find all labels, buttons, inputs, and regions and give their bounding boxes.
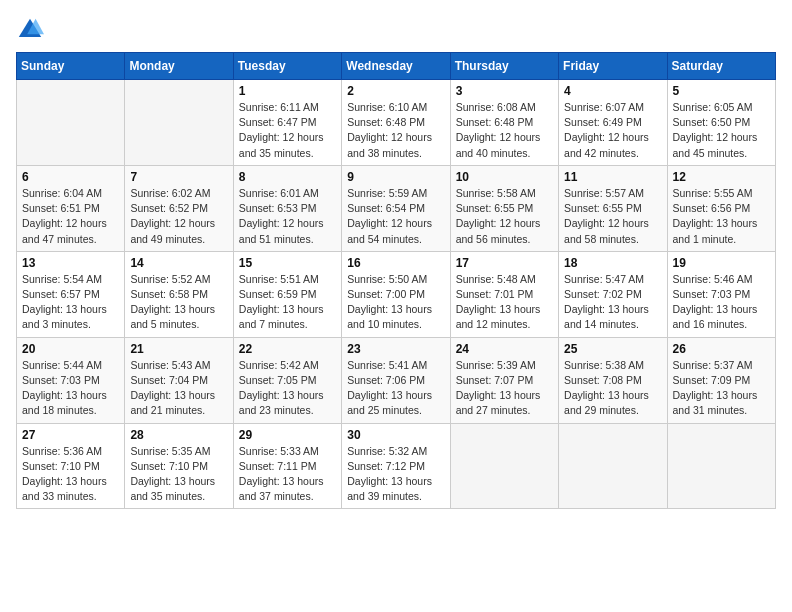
calendar-header-row: SundayMondayTuesdayWednesdayThursdayFrid… <box>17 53 776 80</box>
day-cell: 6Sunrise: 6:04 AM Sunset: 6:51 PM Daylig… <box>17 165 125 251</box>
day-number: 7 <box>130 170 227 184</box>
day-cell: 26Sunrise: 5:37 AM Sunset: 7:09 PM Dayli… <box>667 337 775 423</box>
day-number: 20 <box>22 342 119 356</box>
day-cell: 10Sunrise: 5:58 AM Sunset: 6:55 PM Dayli… <box>450 165 558 251</box>
day-number: 5 <box>673 84 770 98</box>
day-cell: 17Sunrise: 5:48 AM Sunset: 7:01 PM Dayli… <box>450 251 558 337</box>
day-detail: Sunrise: 6:10 AM Sunset: 6:48 PM Dayligh… <box>347 100 444 161</box>
day-number: 30 <box>347 428 444 442</box>
week-row-4: 20Sunrise: 5:44 AM Sunset: 7:03 PM Dayli… <box>17 337 776 423</box>
day-cell: 12Sunrise: 5:55 AM Sunset: 6:56 PM Dayli… <box>667 165 775 251</box>
day-cell: 23Sunrise: 5:41 AM Sunset: 7:06 PM Dayli… <box>342 337 450 423</box>
day-number: 14 <box>130 256 227 270</box>
page-header <box>16 16 776 44</box>
day-header-saturday: Saturday <box>667 53 775 80</box>
day-cell: 11Sunrise: 5:57 AM Sunset: 6:55 PM Dayli… <box>559 165 667 251</box>
day-cell: 8Sunrise: 6:01 AM Sunset: 6:53 PM Daylig… <box>233 165 341 251</box>
day-number: 27 <box>22 428 119 442</box>
day-cell: 2Sunrise: 6:10 AM Sunset: 6:48 PM Daylig… <box>342 80 450 166</box>
day-cell: 27Sunrise: 5:36 AM Sunset: 7:10 PM Dayli… <box>17 423 125 509</box>
day-cell: 1Sunrise: 6:11 AM Sunset: 6:47 PM Daylig… <box>233 80 341 166</box>
logo <box>16 16 48 44</box>
day-detail: Sunrise: 5:32 AM Sunset: 7:12 PM Dayligh… <box>347 444 444 505</box>
day-number: 11 <box>564 170 661 184</box>
day-number: 13 <box>22 256 119 270</box>
day-cell <box>559 423 667 509</box>
day-detail: Sunrise: 5:43 AM Sunset: 7:04 PM Dayligh… <box>130 358 227 419</box>
day-detail: Sunrise: 5:55 AM Sunset: 6:56 PM Dayligh… <box>673 186 770 247</box>
logo-icon <box>16 16 44 44</box>
day-cell <box>667 423 775 509</box>
day-detail: Sunrise: 5:41 AM Sunset: 7:06 PM Dayligh… <box>347 358 444 419</box>
day-detail: Sunrise: 5:42 AM Sunset: 7:05 PM Dayligh… <box>239 358 336 419</box>
day-detail: Sunrise: 5:57 AM Sunset: 6:55 PM Dayligh… <box>564 186 661 247</box>
day-number: 12 <box>673 170 770 184</box>
day-detail: Sunrise: 6:08 AM Sunset: 6:48 PM Dayligh… <box>456 100 553 161</box>
day-cell: 13Sunrise: 5:54 AM Sunset: 6:57 PM Dayli… <box>17 251 125 337</box>
day-cell: 15Sunrise: 5:51 AM Sunset: 6:59 PM Dayli… <box>233 251 341 337</box>
day-number: 22 <box>239 342 336 356</box>
day-number: 16 <box>347 256 444 270</box>
day-cell: 16Sunrise: 5:50 AM Sunset: 7:00 PM Dayli… <box>342 251 450 337</box>
week-row-3: 13Sunrise: 5:54 AM Sunset: 6:57 PM Dayli… <box>17 251 776 337</box>
day-number: 28 <box>130 428 227 442</box>
day-detail: Sunrise: 5:35 AM Sunset: 7:10 PM Dayligh… <box>130 444 227 505</box>
day-number: 2 <box>347 84 444 98</box>
day-header-wednesday: Wednesday <box>342 53 450 80</box>
day-number: 17 <box>456 256 553 270</box>
day-detail: Sunrise: 5:36 AM Sunset: 7:10 PM Dayligh… <box>22 444 119 505</box>
day-cell <box>450 423 558 509</box>
day-number: 29 <box>239 428 336 442</box>
day-cell: 18Sunrise: 5:47 AM Sunset: 7:02 PM Dayli… <box>559 251 667 337</box>
day-header-thursday: Thursday <box>450 53 558 80</box>
day-number: 25 <box>564 342 661 356</box>
week-row-5: 27Sunrise: 5:36 AM Sunset: 7:10 PM Dayli… <box>17 423 776 509</box>
day-detail: Sunrise: 5:59 AM Sunset: 6:54 PM Dayligh… <box>347 186 444 247</box>
week-row-2: 6Sunrise: 6:04 AM Sunset: 6:51 PM Daylig… <box>17 165 776 251</box>
day-detail: Sunrise: 6:07 AM Sunset: 6:49 PM Dayligh… <box>564 100 661 161</box>
day-detail: Sunrise: 5:58 AM Sunset: 6:55 PM Dayligh… <box>456 186 553 247</box>
day-detail: Sunrise: 6:01 AM Sunset: 6:53 PM Dayligh… <box>239 186 336 247</box>
day-detail: Sunrise: 5:39 AM Sunset: 7:07 PM Dayligh… <box>456 358 553 419</box>
day-detail: Sunrise: 5:46 AM Sunset: 7:03 PM Dayligh… <box>673 272 770 333</box>
day-number: 26 <box>673 342 770 356</box>
day-detail: Sunrise: 5:33 AM Sunset: 7:11 PM Dayligh… <box>239 444 336 505</box>
day-cell: 7Sunrise: 6:02 AM Sunset: 6:52 PM Daylig… <box>125 165 233 251</box>
day-detail: Sunrise: 5:51 AM Sunset: 6:59 PM Dayligh… <box>239 272 336 333</box>
day-number: 18 <box>564 256 661 270</box>
day-cell: 19Sunrise: 5:46 AM Sunset: 7:03 PM Dayli… <box>667 251 775 337</box>
day-detail: Sunrise: 6:04 AM Sunset: 6:51 PM Dayligh… <box>22 186 119 247</box>
day-cell <box>17 80 125 166</box>
day-number: 6 <box>22 170 119 184</box>
day-number: 1 <box>239 84 336 98</box>
day-number: 3 <box>456 84 553 98</box>
day-detail: Sunrise: 5:54 AM Sunset: 6:57 PM Dayligh… <box>22 272 119 333</box>
day-detail: Sunrise: 5:48 AM Sunset: 7:01 PM Dayligh… <box>456 272 553 333</box>
day-detail: Sunrise: 6:11 AM Sunset: 6:47 PM Dayligh… <box>239 100 336 161</box>
day-cell: 24Sunrise: 5:39 AM Sunset: 7:07 PM Dayli… <box>450 337 558 423</box>
day-cell: 30Sunrise: 5:32 AM Sunset: 7:12 PM Dayli… <box>342 423 450 509</box>
day-cell: 29Sunrise: 5:33 AM Sunset: 7:11 PM Dayli… <box>233 423 341 509</box>
day-number: 23 <box>347 342 444 356</box>
day-number: 15 <box>239 256 336 270</box>
day-detail: Sunrise: 5:38 AM Sunset: 7:08 PM Dayligh… <box>564 358 661 419</box>
day-header-tuesday: Tuesday <box>233 53 341 80</box>
day-number: 24 <box>456 342 553 356</box>
day-number: 19 <box>673 256 770 270</box>
day-cell: 21Sunrise: 5:43 AM Sunset: 7:04 PM Dayli… <box>125 337 233 423</box>
day-header-friday: Friday <box>559 53 667 80</box>
day-detail: Sunrise: 5:50 AM Sunset: 7:00 PM Dayligh… <box>347 272 444 333</box>
day-detail: Sunrise: 5:47 AM Sunset: 7:02 PM Dayligh… <box>564 272 661 333</box>
day-detail: Sunrise: 5:44 AM Sunset: 7:03 PM Dayligh… <box>22 358 119 419</box>
day-detail: Sunrise: 5:52 AM Sunset: 6:58 PM Dayligh… <box>130 272 227 333</box>
day-number: 10 <box>456 170 553 184</box>
day-cell: 28Sunrise: 5:35 AM Sunset: 7:10 PM Dayli… <box>125 423 233 509</box>
day-header-sunday: Sunday <box>17 53 125 80</box>
day-number: 21 <box>130 342 227 356</box>
day-cell: 3Sunrise: 6:08 AM Sunset: 6:48 PM Daylig… <box>450 80 558 166</box>
day-number: 4 <box>564 84 661 98</box>
day-detail: Sunrise: 5:37 AM Sunset: 7:09 PM Dayligh… <box>673 358 770 419</box>
week-row-1: 1Sunrise: 6:11 AM Sunset: 6:47 PM Daylig… <box>17 80 776 166</box>
day-detail: Sunrise: 6:05 AM Sunset: 6:50 PM Dayligh… <box>673 100 770 161</box>
day-cell: 9Sunrise: 5:59 AM Sunset: 6:54 PM Daylig… <box>342 165 450 251</box>
